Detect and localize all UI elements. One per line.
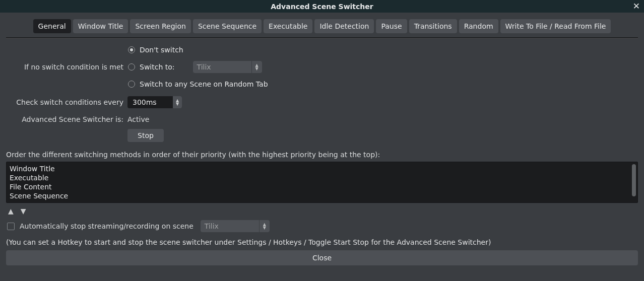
list-item[interactable]: File Content: [10, 182, 634, 191]
move-down-icon[interactable]: ▼: [21, 207, 26, 215]
stop-button[interactable]: Stop: [127, 129, 164, 142]
autostop-checkbox[interactable]: [7, 223, 15, 230]
chevron-down-icon: ▼: [176, 102, 179, 106]
autostop-label: Automatically stop streaming/recording o…: [20, 222, 194, 230]
check-every-value: 300ms: [127, 96, 173, 108]
list-item[interactable]: Window Title: [10, 164, 634, 173]
option-switch-to: Switch to:: [140, 63, 175, 71]
move-up-icon[interactable]: ▲: [8, 207, 14, 215]
list-item[interactable]: Executable: [10, 173, 634, 182]
tab-idle-detection[interactable]: Idle Detection: [314, 19, 374, 33]
status-value: Active: [127, 115, 149, 123]
separator: [6, 37, 638, 39]
order-label: Order the different switching methods in…: [6, 151, 638, 159]
spin-buttons[interactable]: ▲ ▼: [173, 96, 182, 108]
tab-general[interactable]: General: [33, 19, 71, 33]
tab-write-file[interactable]: Write To File / Read From File: [500, 19, 611, 33]
window-title: Advanced Scene Switcher: [271, 3, 373, 11]
tab-transitions[interactable]: Transitions: [409, 19, 457, 33]
tab-random[interactable]: Random: [459, 19, 498, 33]
radio-dont-switch[interactable]: [128, 46, 135, 53]
autostop-combo[interactable]: Tilix ▲ ▼: [201, 220, 270, 232]
tab-scene-sequence[interactable]: Scene Sequence: [193, 19, 262, 33]
status-label: Advanced Scene Switcher is:: [10, 115, 123, 123]
tabs: General Window Title Screen Region Scene…: [5, 19, 639, 33]
priority-list[interactable]: Window Title Executable File Content Sce…: [6, 162, 638, 203]
autostop-value: Tilix: [201, 220, 259, 232]
chevron-down-icon: ▼: [263, 226, 266, 230]
option-dont-switch: Don't switch: [140, 46, 183, 54]
tab-window-title[interactable]: Window Title: [73, 19, 128, 33]
switch-to-value: Tilix: [193, 61, 251, 73]
switch-to-combo[interactable]: Tilix ▲ ▼: [193, 61, 262, 73]
tab-screen-region[interactable]: Screen Region: [130, 19, 191, 33]
chevron-down-icon: ▼: [255, 67, 258, 71]
no-switch-label: If no switch condition is met: [10, 63, 123, 71]
check-every-spin[interactable]: 300ms ▲ ▼: [127, 96, 182, 108]
list-item[interactable]: Scene Sequence: [10, 191, 634, 200]
scrollbar[interactable]: [632, 164, 636, 196]
option-switch-random: Switch to any Scene on Random Tab: [140, 80, 268, 88]
tab-pause[interactable]: Pause: [376, 19, 407, 33]
close-button[interactable]: Close: [6, 250, 638, 265]
radio-switch-to[interactable]: [128, 63, 135, 71]
check-every-label: Check switch conditions every: [10, 98, 123, 106]
combo-spinner-icon[interactable]: ▲ ▼: [259, 220, 270, 232]
hotkey-note: (You can set a Hotkey to start and stop …: [6, 238, 638, 246]
radio-switch-random[interactable]: [128, 81, 135, 88]
tab-executable[interactable]: Executable: [264, 19, 312, 33]
combo-spinner-icon[interactable]: ▲ ▼: [251, 61, 262, 73]
close-icon[interactable]: ✕: [633, 1, 640, 11]
